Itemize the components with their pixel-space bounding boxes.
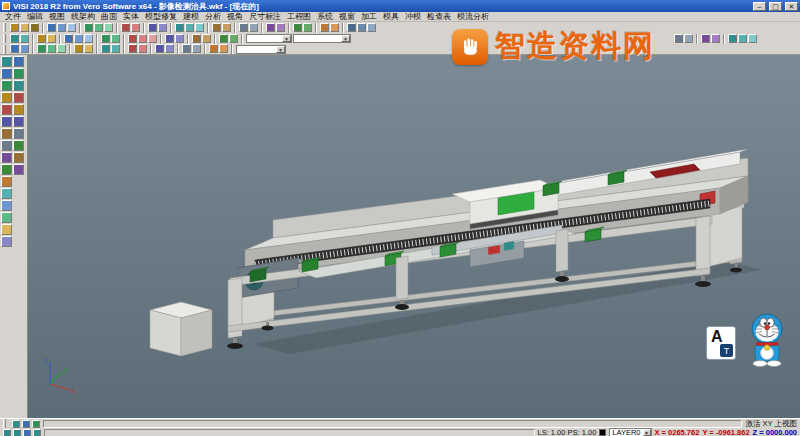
- toolbar-icon[interactable]: [111, 44, 120, 53]
- toolbar-icon[interactable]: [249, 23, 258, 32]
- toolbar-icon[interactable]: [148, 34, 157, 43]
- current-color-swatch[interactable]: [599, 429, 606, 436]
- sidebar-icon[interactable]: [1, 128, 12, 139]
- toolbar-icon[interactable]: [84, 34, 93, 43]
- toolbar-icon[interactable]: [74, 34, 83, 43]
- toolbar-icon[interactable]: [10, 34, 19, 43]
- status-icon[interactable]: [22, 420, 30, 428]
- toolbar-icon[interactable]: [192, 44, 201, 53]
- toolbar-icon[interactable]: [101, 44, 110, 53]
- sidebar-icon[interactable]: [1, 164, 12, 175]
- menu-item[interactable]: 工程图: [284, 12, 314, 22]
- sidebar-icon[interactable]: [13, 164, 24, 175]
- toolbar-icon[interactable]: [266, 23, 275, 32]
- toolbar-icon[interactable]: [37, 34, 46, 43]
- toolbar-icon[interactable]: [47, 34, 56, 43]
- maximize-button[interactable]: ▢: [769, 2, 782, 11]
- sidebar-icon[interactable]: [1, 224, 12, 235]
- status-icon[interactable]: [23, 429, 31, 436]
- toolbar-icon[interactable]: [175, 23, 184, 32]
- sidebar-icon[interactable]: [1, 200, 12, 211]
- chevron-down-icon[interactable]: ▼: [276, 46, 285, 53]
- toolbar-grip[interactable]: [3, 45, 6, 54]
- toolbar-icon[interactable]: [276, 23, 285, 32]
- toolbar-icon[interactable]: [738, 34, 747, 43]
- menu-item[interactable]: 模具: [380, 12, 402, 22]
- menu-item[interactable]: 视窗: [336, 12, 358, 22]
- toolbar-icon[interactable]: [47, 44, 56, 53]
- toolbar-icon[interactable]: [158, 23, 167, 32]
- sidebar-icon[interactable]: [1, 236, 12, 247]
- toolbar-icon[interactable]: [57, 23, 66, 32]
- toolbar-icon[interactable]: [209, 44, 218, 53]
- sidebar-icon[interactable]: [13, 80, 24, 91]
- menu-item[interactable]: 实体: [120, 12, 142, 22]
- sidebar-icon[interactable]: [1, 188, 12, 199]
- sidebar-icon[interactable]: [13, 104, 24, 115]
- menu-item[interactable]: 文件: [2, 12, 24, 22]
- status-icon[interactable]: [32, 420, 40, 428]
- workplane-dropdown[interactable]: ▼: [236, 45, 286, 54]
- toolbar-icon[interactable]: [684, 34, 693, 43]
- toolbar-icon[interactable]: [20, 23, 29, 32]
- toolbar-icon[interactable]: [219, 34, 228, 43]
- toolbar-icon[interactable]: [101, 34, 110, 43]
- toolbar-icon[interactable]: [303, 23, 312, 32]
- toolbar-icon[interactable]: [229, 34, 238, 43]
- toolbar-icon[interactable]: [138, 44, 147, 53]
- color-dropdown[interactable]: ▼: [246, 34, 292, 43]
- toolbar-icon[interactable]: [202, 34, 211, 43]
- toolbar-icon[interactable]: [674, 34, 683, 43]
- toolbar-icon[interactable]: [293, 23, 302, 32]
- toolbar-icon[interactable]: [138, 34, 147, 43]
- toolbar-icon[interactable]: [320, 23, 329, 32]
- toolbar-icon[interactable]: [121, 23, 130, 32]
- status-icon[interactable]: [12, 420, 20, 428]
- sidebar-icon[interactable]: [1, 176, 12, 187]
- sidebar-icon[interactable]: [13, 128, 24, 139]
- chevron-down-icon[interactable]: ▼: [341, 35, 350, 42]
- menu-item[interactable]: 分析: [202, 12, 224, 22]
- toolbar-icon[interactable]: [111, 34, 120, 43]
- sidebar-icon[interactable]: [13, 116, 24, 127]
- toolbar-icon[interactable]: [94, 23, 103, 32]
- toolbar-icon[interactable]: [728, 34, 737, 43]
- sidebar-icon[interactable]: [1, 92, 12, 103]
- menu-item[interactable]: 曲面: [98, 12, 120, 22]
- toolbar-icon[interactable]: [67, 23, 76, 32]
- sidebar-icon[interactable]: [1, 116, 12, 127]
- layer-selector[interactable]: LAYER0 ▼: [609, 428, 651, 436]
- toolbar-icon[interactable]: [175, 34, 184, 43]
- menu-item[interactable]: 系统: [314, 12, 336, 22]
- toolbar-icon[interactable]: [84, 23, 93, 32]
- sidebar-icon[interactable]: [1, 152, 12, 163]
- menu-item[interactable]: 模流分析: [454, 12, 492, 22]
- toolbar-icon[interactable]: [64, 34, 73, 43]
- sidebar-icon[interactable]: [13, 56, 24, 67]
- toolbar-icon[interactable]: [239, 23, 248, 32]
- toolbar-icon[interactable]: [711, 34, 720, 43]
- chevron-down-icon[interactable]: ▼: [643, 429, 651, 436]
- menu-item[interactable]: 尺寸标注: [246, 12, 284, 22]
- menu-item[interactable]: 视图: [46, 12, 68, 22]
- toolbar-icon[interactable]: [222, 23, 231, 32]
- toolbar-icon[interactable]: [57, 44, 66, 53]
- toolbar-icon[interactable]: [131, 23, 140, 32]
- 3d-model-canvas[interactable]: x y z: [28, 55, 800, 418]
- toolbar-icon[interactable]: [748, 34, 757, 43]
- toolbar-icon[interactable]: [185, 23, 194, 32]
- chevron-down-icon[interactable]: ▼: [282, 35, 291, 42]
- toolbar-icon[interactable]: [330, 23, 339, 32]
- menu-item[interactable]: 冲模: [402, 12, 424, 22]
- toolbar-icon[interactable]: [30, 23, 39, 32]
- menu-item[interactable]: 加工: [358, 12, 380, 22]
- sidebar-icon[interactable]: [1, 56, 12, 67]
- toolbar-icon[interactable]: [357, 23, 366, 32]
- toolbar-grip[interactable]: [3, 23, 6, 32]
- sidebar-icon[interactable]: [13, 92, 24, 103]
- toolbar-icon[interactable]: [74, 44, 83, 53]
- sidebar-icon[interactable]: [13, 152, 24, 163]
- status-icon[interactable]: [13, 429, 21, 436]
- toolbar-icon[interactable]: [148, 23, 157, 32]
- toolbar-icon[interactable]: [84, 44, 93, 53]
